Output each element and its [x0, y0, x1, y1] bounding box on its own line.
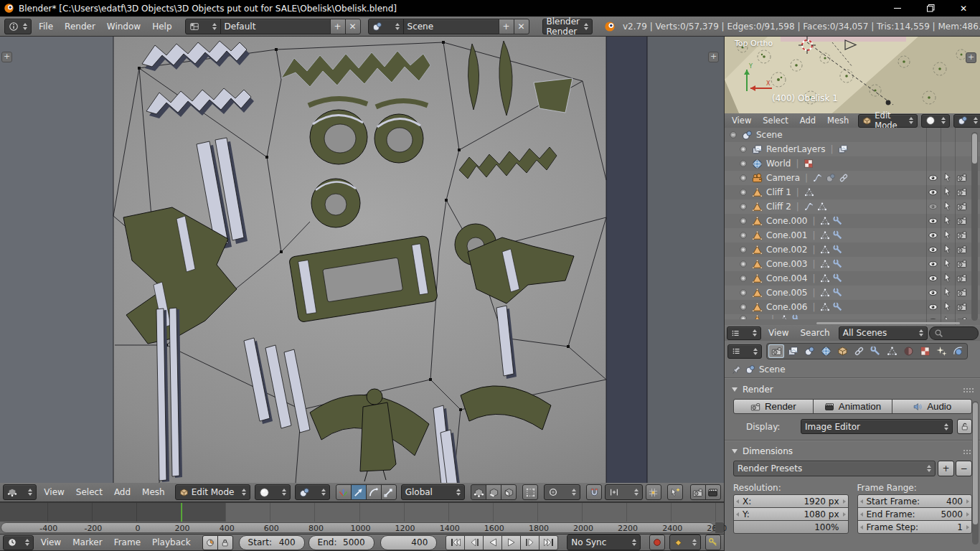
play-button[interactable]	[501, 535, 521, 550]
proportional-edit-dropdown[interactable]	[544, 484, 580, 500]
editor-type-properties-dropdown[interactable]	[727, 344, 762, 359]
lock-range-button[interactable]	[217, 535, 233, 550]
visibility-eye-icon[interactable]	[928, 258, 938, 269]
menu-view[interactable]: View	[35, 537, 67, 547]
properties-tab-physics[interactable]	[950, 344, 966, 358]
snap-target-button[interactable]	[646, 484, 661, 500]
rotate-manipulator-button[interactable]	[366, 484, 382, 500]
outliner-row[interactable]: |	[725, 314, 980, 319]
renderability-camera-icon[interactable]	[956, 201, 967, 212]
properties-tab-object[interactable]	[834, 344, 850, 358]
outliner-row-cliff-1[interactable]: Cliff 1|	[725, 185, 980, 199]
mini-mode-dropdown[interactable]: Edit Mode	[858, 114, 918, 128]
expand-icon[interactable]	[739, 274, 748, 283]
mini-properties-expand-button[interactable]: +	[966, 52, 976, 63]
selectability-cursor-icon[interactable]	[942, 287, 953, 298]
outliner-row-cliff-2[interactable]: Cliff 2|	[725, 199, 980, 214]
outliner-filter-dropdown[interactable]: All Scenes	[839, 326, 928, 340]
selectability-cursor-icon[interactable]	[942, 301, 953, 312]
menu-mesh[interactable]: Mesh	[136, 487, 171, 497]
menu-select[interactable]: Select	[757, 116, 793, 126]
opengl-render-anim-button[interactable]	[705, 484, 721, 500]
menu-search[interactable]: Search	[794, 328, 835, 338]
outliner-row-cone-000[interactable]: Cone.000|	[725, 214, 980, 228]
menu-frame[interactable]: Frame	[108, 537, 146, 547]
expand-icon[interactable]	[739, 188, 748, 197]
expand-icon[interactable]	[739, 245, 748, 254]
snap-element-dropdown[interactable]	[605, 484, 643, 500]
delete-scene-button[interactable]: ✕	[514, 19, 529, 34]
renderability-camera-icon[interactable]	[956, 316, 967, 319]
outliner-row-cone-006[interactable]: Cone.006|	[725, 300, 980, 314]
selectability-cursor-icon[interactable]	[942, 230, 953, 240]
menu-file[interactable]: File	[33, 22, 59, 32]
outliner-row-scene[interactable]: Scene	[725, 128, 980, 142]
selectability-cursor-icon[interactable]	[942, 258, 953, 269]
translate-manipulator-button[interactable]	[351, 484, 367, 500]
mini-shading-dropdown[interactable]	[921, 114, 950, 128]
properties-tab-object-data[interactable]	[884, 344, 900, 358]
properties-scrollbar[interactable]	[972, 401, 979, 545]
play-reverse-button[interactable]	[483, 535, 502, 550]
jump-to-start-button[interactable]	[446, 535, 465, 550]
visibility-eye-icon[interactable]	[928, 301, 938, 312]
opengl-render-button[interactable]	[690, 484, 706, 500]
renderability-camera-icon[interactable]	[956, 215, 967, 226]
properties-tab-render[interactable]	[768, 344, 784, 358]
menu-view[interactable]: View	[38, 487, 70, 497]
expand-icon[interactable]	[739, 145, 748, 154]
preview-range-button[interactable]	[202, 535, 218, 550]
frame-step-field[interactable]: Frame Step: 1	[857, 520, 973, 534]
outliner-row-world[interactable]: World|	[725, 156, 980, 171]
toolshelf-expand-button[interactable]: +	[1, 52, 12, 62]
renderability-camera-icon[interactable]	[956, 187, 967, 197]
properties-tab-scene[interactable]	[801, 344, 817, 358]
menu-view[interactable]: View	[726, 116, 757, 126]
render-panel-header[interactable]: Render	[725, 382, 980, 397]
outliner-row-renderlayers[interactable]: RenderLayers|	[725, 142, 980, 156]
menu-view[interactable]: View	[763, 328, 794, 338]
outliner-scrollbar[interactable]	[971, 132, 978, 321]
outliner-row-cone-004[interactable]: Cone.004|	[725, 271, 980, 286]
visibility-eye-icon[interactable]	[928, 316, 938, 319]
edge-select-button[interactable]	[486, 484, 501, 500]
editor-type-outliner-dropdown[interactable]	[727, 326, 761, 340]
add-layout-button[interactable]: +	[330, 19, 346, 34]
sync-dropdown[interactable]: No Sync	[567, 534, 641, 550]
resolution-percentage-slider[interactable]: 100%	[733, 520, 849, 534]
renderability-camera-icon[interactable]	[956, 287, 967, 298]
outliner-hscrollbar[interactable]	[816, 322, 960, 324]
renderability-camera-icon[interactable]	[956, 172, 967, 183]
menu-add[interactable]: Add	[108, 487, 136, 497]
outliner-row-camera[interactable]: Camera|	[725, 171, 980, 185]
viewport-shading-dropdown[interactable]	[255, 484, 290, 500]
visibility-eye-icon[interactable]	[928, 215, 938, 226]
screen-layout-icon-dropdown[interactable]	[185, 19, 221, 34]
limit-to-visible-button[interactable]	[522, 484, 538, 500]
selectability-cursor-icon[interactable]	[942, 201, 953, 212]
end-frame-field[interactable]: End Frame: 5000	[857, 507, 973, 521]
menu-window[interactable]: Window	[101, 22, 146, 32]
expand-icon[interactable]	[739, 231, 748, 240]
outliner-row-cone-001[interactable]: Cone.001|	[725, 228, 980, 242]
properties-tab-render-layers[interactable]	[785, 344, 801, 358]
audio-button[interactable]: Audio	[892, 399, 972, 414]
close-button[interactable]: ✕	[947, 0, 980, 17]
panel-grip-icon[interactable]	[963, 387, 974, 392]
visibility-eye-icon[interactable]	[928, 287, 938, 298]
expand-icon[interactable]	[739, 288, 748, 297]
resolution-x-field[interactable]: X: 1920 px	[733, 494, 849, 508]
add-preset-button[interactable]: +	[938, 461, 954, 476]
properties-tab-particles[interactable]	[933, 344, 949, 358]
dimensions-panel-header[interactable]: Dimensions	[725, 444, 980, 458]
menu-help[interactable]: Help	[146, 22, 177, 32]
properties-tab-material[interactable]	[900, 344, 916, 358]
menu-select[interactable]: Select	[70, 487, 108, 497]
transform-orientation-dropdown[interactable]: Global	[401, 484, 466, 500]
3d-viewport[interactable]: + +	[0, 37, 724, 483]
auto-keyframe-button[interactable]	[649, 534, 665, 550]
menu-marker[interactable]: Marker	[67, 537, 108, 547]
next-keyframe-button[interactable]	[520, 535, 540, 550]
display-dropdown[interactable]: Image Editor	[801, 419, 953, 434]
render-button[interactable]: Render	[733, 399, 814, 414]
